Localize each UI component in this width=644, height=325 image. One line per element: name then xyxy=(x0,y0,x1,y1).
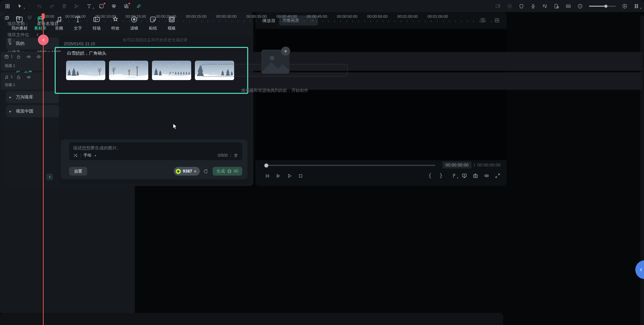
timeline-toolbar: ▾▾AI ▾ xyxy=(0,0,644,12)
clear-prompt-button[interactable] xyxy=(233,153,238,158)
lock-open-icon[interactable] xyxy=(16,54,21,59)
play-next-button[interactable] xyxy=(275,173,281,179)
ruler-tick xyxy=(322,20,323,22)
ruler-tick xyxy=(244,20,244,22)
refresh-credits-button[interactable] xyxy=(203,169,209,174)
ai-audio-button[interactable]: AI xyxy=(123,3,129,9)
step-back-button[interactable] xyxy=(264,173,270,179)
fit-timeline-button[interactable] xyxy=(566,3,571,9)
ruler-label: 00:00:05:00 xyxy=(65,14,86,18)
divider xyxy=(30,3,30,9)
ruler-tick xyxy=(183,20,184,22)
link-button[interactable] xyxy=(136,3,142,9)
speaker-button[interactable] xyxy=(484,173,489,179)
shuffle-prompt-icon[interactable] xyxy=(73,153,78,158)
collapse-sidebar-button[interactable] xyxy=(46,174,53,180)
text-tool-button[interactable]: ▾ xyxy=(86,3,92,9)
marker-shield-button[interactable] xyxy=(519,3,524,9)
mask-icon xyxy=(99,3,104,9)
render-preview-button[interactable] xyxy=(554,3,559,9)
stop-button[interactable] xyxy=(298,173,304,179)
playhead-handle[interactable] xyxy=(38,35,49,45)
ruler-label: 00:01:00:00 xyxy=(397,14,418,18)
ruler-tick xyxy=(171,20,172,22)
speaker-icon[interactable] xyxy=(26,75,31,80)
expand-panel-button[interactable] xyxy=(635,260,644,279)
ai-audio-icon: AI xyxy=(123,3,129,9)
chevron-left-icon xyxy=(41,38,46,42)
timeline-zoom-slider[interactable] xyxy=(589,4,616,8)
marker-pin-button[interactable]: ▾ xyxy=(450,173,456,179)
timeline-toolbar-right: ▾ xyxy=(495,0,639,12)
track-height-button[interactable]: ▾ xyxy=(634,3,639,9)
zoom-out-button[interactable] xyxy=(577,3,583,9)
display-out-button[interactable] xyxy=(462,173,467,179)
prompt-input[interactable] xyxy=(73,145,238,153)
speaker-icon[interactable] xyxy=(26,54,31,59)
zoom-in-button[interactable] xyxy=(622,3,628,9)
blend-button[interactable] xyxy=(111,3,117,9)
slider-track xyxy=(589,6,616,7)
scissors-button[interactable] xyxy=(74,3,79,9)
generate-button[interactable]: 生成 40 xyxy=(213,167,242,176)
sidebar-item-label: 万兴喵库 xyxy=(16,94,33,100)
eye-icon[interactable] xyxy=(36,54,41,59)
redo-button[interactable] xyxy=(49,3,55,9)
style-select[interactable]: 手绘 xyxy=(84,152,92,158)
ruler-tick xyxy=(467,20,468,22)
mask-button[interactable] xyxy=(99,3,104,9)
slider-thumb[interactable] xyxy=(604,5,607,8)
info-label: 项目文件位置： xyxy=(7,32,37,44)
undo-button[interactable] xyxy=(37,3,42,9)
generated-image-2[interactable] xyxy=(109,61,148,80)
audio-track-icon xyxy=(4,75,9,80)
layout-grid-button[interactable] xyxy=(5,3,10,9)
timeline-ruler[interactable]: 00:0000:00:05:0000:00:10:0000:00:15:0000… xyxy=(0,13,644,22)
ruler-tick xyxy=(401,20,401,22)
ruler-tick xyxy=(491,20,492,22)
mark-in-button[interactable]: { xyxy=(428,173,434,179)
info-row: 项目文件位置：/ xyxy=(7,32,636,44)
ruler-tick xyxy=(208,20,208,22)
ruler-tick xyxy=(328,20,329,22)
ruler-tick xyxy=(153,20,154,22)
text-tool-icon xyxy=(86,3,92,9)
voiceover-button[interactable] xyxy=(530,3,536,9)
zoom-in-icon xyxy=(622,3,628,9)
snapshot-button[interactable] xyxy=(473,173,478,179)
preview-render-button[interactable] xyxy=(507,3,513,9)
lock-open-icon[interactable] xyxy=(16,75,21,80)
ruler-tick xyxy=(75,20,75,22)
track-header-视频 1[interactable]: 1视频 1 xyxy=(1,52,43,71)
track-header-音频 1[interactable]: 1音频 1 xyxy=(1,72,43,90)
ruler-label: 00:00:50:00 xyxy=(337,14,358,18)
record-screen-button[interactable] xyxy=(495,3,501,9)
caret-right-icon: ▶ xyxy=(9,110,13,113)
stop-icon xyxy=(298,173,304,179)
ruler-tick xyxy=(359,20,359,22)
audio-mixer-button[interactable] xyxy=(542,3,548,9)
trash-button[interactable] xyxy=(61,3,67,9)
prompt-input-box[interactable]: 手绘 ▲ 0/500 xyxy=(69,142,242,160)
ruler-tick xyxy=(304,20,305,22)
seek-bar[interactable] xyxy=(265,165,435,166)
sidebar-item-视觉中国[interactable]: ▶视觉中国 xyxy=(6,105,59,117)
seek-thumb[interactable] xyxy=(264,164,268,168)
ruler-tick xyxy=(226,20,226,22)
generated-image-3[interactable] xyxy=(152,61,191,80)
step-back-icon xyxy=(264,173,270,179)
ruler-label: 00:00 xyxy=(45,14,54,18)
ruler-label: 00:00:30:00 xyxy=(216,14,237,18)
add-credits-icon[interactable]: + xyxy=(194,169,197,174)
generated-image-1[interactable] xyxy=(66,61,105,80)
ruler-tick xyxy=(190,20,190,22)
play-button[interactable] xyxy=(286,173,292,179)
add-media-badge[interactable]: + xyxy=(281,47,290,56)
playhead-line[interactable] xyxy=(43,13,44,325)
mark-out-button[interactable]: } xyxy=(439,173,445,179)
credits-pill[interactable]: 9387 + xyxy=(174,167,200,176)
settings-button[interactable]: 设置 xyxy=(69,167,87,176)
char-counter: 0/500 xyxy=(218,153,228,158)
select-cursor-button[interactable]: ▾ xyxy=(17,3,23,9)
fullscreen-button[interactable] xyxy=(495,173,500,179)
